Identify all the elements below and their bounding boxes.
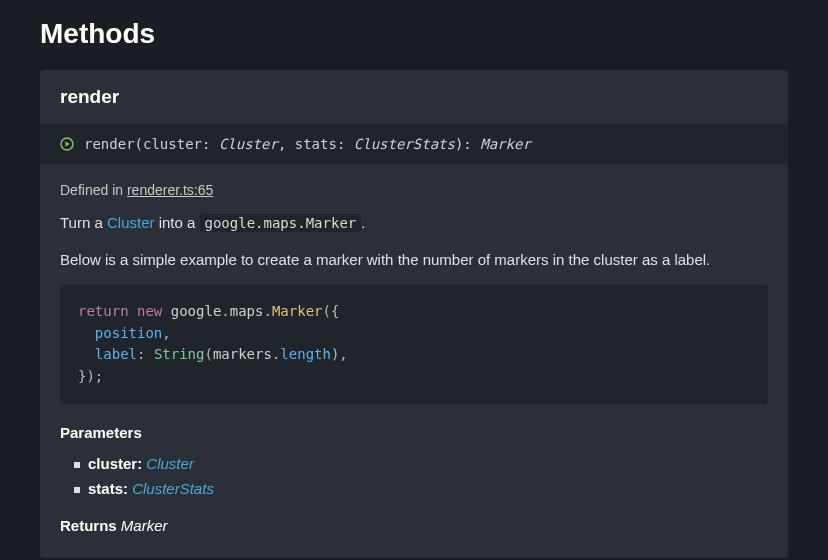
sig-punct: ):: [455, 136, 480, 152]
defined-in-link[interactable]: renderer.ts:65: [127, 182, 213, 198]
sig-param-name: cluster: [143, 136, 202, 152]
section-title: Methods: [40, 18, 788, 50]
code-token: maps: [230, 303, 264, 319]
returns-type: Marker: [121, 517, 168, 534]
desc-text: .: [361, 214, 365, 231]
code-token: });: [78, 368, 103, 384]
signature-text: render(cluster: Cluster, stats: ClusterS…: [84, 136, 531, 152]
sig-punct: :: [202, 136, 219, 152]
sig-param-name: stats: [295, 136, 337, 152]
param-name: stats:: [88, 480, 128, 497]
sig-punct: (: [135, 136, 143, 152]
param-type-link[interactable]: Cluster: [146, 455, 194, 472]
code-token: ({: [323, 303, 340, 319]
param-name: cluster:: [88, 455, 142, 472]
code-token: length: [280, 346, 331, 362]
sig-return-type: Marker: [480, 136, 531, 152]
description-paragraph: Below is a simple example to create a ma…: [60, 249, 768, 272]
code-token: new: [137, 303, 162, 319]
method-name-header: render: [40, 70, 788, 124]
code-token: markers: [213, 346, 272, 362]
returns-line: Returns Marker: [60, 517, 768, 534]
sig-punct: :: [337, 136, 354, 152]
list-item: stats: ClusterStats: [74, 476, 768, 501]
code-token: return: [78, 303, 129, 319]
desc-text: into a: [154, 214, 199, 231]
code-token: .: [221, 303, 229, 319]
returns-label: Returns: [60, 517, 121, 534]
parameter-list: cluster: Cluster stats: ClusterStats: [60, 451, 768, 501]
inline-code: google.maps.Marker: [200, 214, 362, 232]
code-token: :: [137, 346, 154, 362]
param-type-link[interactable]: ClusterStats: [132, 480, 214, 497]
parameters-heading: Parameters: [60, 424, 768, 441]
method-card: render render(cluster: Cluster, stats: C…: [40, 70, 788, 558]
code-block: return new google.maps.Marker({ position…: [60, 285, 768, 404]
sig-punct: ,: [278, 136, 295, 152]
code-token: ),: [331, 346, 348, 362]
sig-param-type-link[interactable]: Cluster: [219, 136, 278, 152]
code-token: Marker: [272, 303, 323, 319]
description-paragraph: Turn a Cluster into a google.maps.Marker…: [60, 212, 768, 235]
code-token: ,: [162, 325, 170, 341]
signature-bar: render(cluster: Cluster, stats: ClusterS…: [40, 124, 788, 164]
code-token: google: [162, 303, 221, 319]
page-container: Methods render render(cluster: Cluster, …: [0, 0, 828, 560]
code-token: [129, 303, 137, 319]
defined-in-label: Defined in: [60, 182, 127, 198]
code-token: .: [263, 303, 271, 319]
code-token: String: [154, 346, 205, 362]
desc-type-link[interactable]: Cluster: [107, 214, 155, 231]
code-token: (: [204, 346, 212, 362]
list-item: cluster: Cluster: [74, 451, 768, 476]
sig-fn-name: render: [84, 136, 135, 152]
sig-param-type-link[interactable]: ClusterStats: [354, 136, 455, 152]
method-body: Defined in renderer.ts:65 Turn a Cluster…: [40, 164, 788, 558]
code-token: label: [78, 346, 137, 362]
implements-icon: [60, 137, 74, 151]
desc-text: Turn a: [60, 214, 107, 231]
code-token: position: [78, 325, 162, 341]
defined-in: Defined in renderer.ts:65: [60, 182, 768, 198]
